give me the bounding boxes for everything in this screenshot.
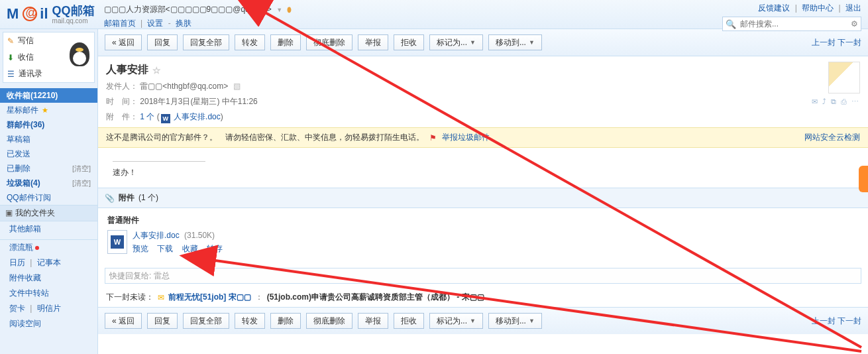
folder-spam[interactable]: 垃圾箱(4)[清空]	[0, 176, 97, 190]
star-icon: ★	[42, 106, 48, 114]
report-button-bottom[interactable]: 举报	[358, 313, 388, 329]
attach-collect[interactable]: 附件收藏	[0, 270, 97, 286]
link-logout[interactable]: 退出	[845, 3, 861, 13]
content-pane: « 返回 回复 回复全部 转发 删除 彻底删除 举报 拒收 标记为...▼ 移动…	[98, 29, 868, 354]
reply-button[interactable]: 回复	[147, 34, 178, 50]
delete-button[interactable]: 删除	[270, 34, 301, 50]
action-save[interactable]: 转存	[207, 244, 223, 253]
action-preview[interactable]: 预览	[133, 244, 148, 253]
toolbar-top: « 返回 回复 回复全部 转发 删除 彻底删除 举报 拒收 标记为...▼ 移动…	[98, 29, 868, 56]
caret-down-icon: ▼	[470, 318, 476, 324]
cards-link[interactable]: 贺卡	[9, 304, 25, 313]
side-tab-icon[interactable]	[859, 166, 868, 192]
account-display[interactable]: ▢▢▢人力资源部<▢▢▢▢▢9▢▢▢@qq.com> ▼ ⬮	[104, 4, 292, 15]
folder-inbox[interactable]: 收件箱(12210)	[0, 88, 97, 103]
reply-all-button-bottom[interactable]: 回复全部	[183, 313, 229, 329]
prev-mail-bottom[interactable]: 上一封	[812, 316, 836, 325]
search-box[interactable]: 🔍 ⚙	[722, 17, 861, 31]
contacts-icon: ☰	[7, 70, 15, 79]
action-collect[interactable]: 收藏	[182, 244, 198, 253]
folder-other-mail[interactable]: 其他邮箱	[0, 221, 97, 237]
reject-button-bottom[interactable]: 拒收	[394, 313, 424, 329]
mail-time: 2018年1月3日(星期三) 中午11:26	[140, 97, 257, 106]
next-sender[interactable]: 前程无忧[51job] 宋▢▢	[168, 292, 251, 303]
from-mask-icon[interactable]: ▧	[233, 82, 241, 91]
receive-icon: ⬇	[7, 53, 14, 62]
report-spam-link[interactable]: 举报垃圾邮件	[442, 132, 490, 143]
back-button[interactable]: « 返回	[105, 34, 142, 50]
word-doc-icon: W	[161, 114, 170, 123]
folder-sent[interactable]: 已发送	[0, 147, 97, 161]
security-warning-bar: 这不是腾讯公司的官方邮件？。 请勿轻信密保、汇款、中奖信息，勿轻易拨打陌生电话。…	[98, 127, 868, 148]
search-settings-icon[interactable]: ⚙	[851, 19, 858, 29]
quick-reply-input[interactable]: 快捷回复给: 雷总	[105, 268, 861, 284]
nav-settings[interactable]: 设置	[147, 19, 163, 28]
folder-starred[interactable]: 星标邮件 ★	[0, 103, 97, 117]
sidebar: ✎ 写信 ⬇ 收信 ☰ 通讯录 收件箱(12210) 星标邮件 ★ 群邮件(36…	[0, 29, 98, 354]
section-myfiles[interactable]: ▣我的文件夹	[0, 205, 97, 221]
warning-text: 这不是腾讯公司的官方邮件？。 请勿轻信密保、汇款、中奖信息，勿轻易拨打陌生电话。	[106, 132, 424, 143]
mail-body: 速办！	[98, 148, 868, 188]
mail-body-text: 速办！	[113, 167, 853, 178]
topbar: M il QQ邮箱 mail.qq.com ▢▢▢人力资源部<▢▢▢▢▢9▢▢▢…	[0, 0, 868, 29]
folder-group[interactable]: 群邮件(36)	[0, 117, 97, 132]
empty-spam[interactable]: [清空]	[72, 178, 91, 188]
report-button[interactable]: 举报	[358, 34, 388, 50]
folder-list: 收件箱(12210) 星标邮件 ★ 群邮件(36) 草稿箱 已发送 已删除[清空…	[0, 88, 97, 205]
forward-button[interactable]: 转发	[235, 34, 265, 50]
logo-at-icon	[23, 7, 37, 21]
reply-all-button[interactable]: 回复全部	[183, 34, 229, 50]
next-mail-bottom[interactable]: 下一封	[838, 316, 861, 325]
postcard-link[interactable]: 明信片	[37, 304, 61, 313]
expand-icon: ▣	[5, 208, 13, 217]
attach-count-link[interactable]: 1 个	[140, 112, 154, 121]
back-button-bottom[interactable]: « 返回	[105, 313, 142, 329]
drift-bottle[interactable]: 漂流瓶	[0, 240, 97, 255]
caret-down-icon: ▼	[529, 39, 535, 46]
toolbar-bottom: « 返回 回复 回复全部 转发 删除 彻底删除 举报 拒收 标记为...▼ 移动…	[98, 307, 868, 334]
delete-full-button[interactable]: 彻底删除	[306, 34, 353, 50]
mail-subject: 人事安排	[106, 63, 148, 77]
folder-subscribe[interactable]: QQ邮件订阅	[0, 190, 97, 205]
attach-name-link[interactable]: 人事安排.doc	[174, 112, 221, 121]
calendar-link[interactable]: 日历	[9, 258, 25, 267]
brand-name: QQ邮箱	[52, 3, 95, 19]
link-help[interactable]: 帮助中心	[802, 3, 834, 13]
red-flag-icon: ⚑	[429, 133, 437, 143]
cloud-scan-link[interactable]: 网站安全云检测	[804, 132, 860, 143]
reject-button[interactable]: 拒收	[394, 34, 424, 50]
empty-deleted[interactable]: [清空]	[72, 164, 91, 174]
attachments-header: 📎 附件(1 个)	[98, 188, 868, 208]
mark-as-button[interactable]: 标记为...▼	[429, 34, 483, 50]
attachments-sub: 普通附件	[107, 215, 859, 226]
file-transfer[interactable]: 文件中转站	[0, 286, 97, 301]
nav-home[interactable]: 邮箱首页	[104, 19, 136, 28]
prev-mail[interactable]: 上一封	[812, 38, 836, 47]
move-to-button[interactable]: 移动到...▼	[488, 34, 542, 50]
action-download[interactable]: 下载	[157, 244, 173, 253]
folder-drafts[interactable]: 草稿箱	[0, 132, 97, 147]
caret-down-icon: ▼	[529, 318, 535, 324]
delete-button-bottom[interactable]: 删除	[270, 313, 301, 329]
search-input[interactable]	[739, 19, 848, 29]
delete-full-button-bottom[interactable]: 彻底删除	[306, 313, 353, 329]
read-space[interactable]: 阅读空间	[0, 316, 97, 331]
account-dropdown-icon[interactable]: ▼	[276, 7, 282, 13]
nav-skin[interactable]: 换肤	[176, 19, 191, 28]
next-mail[interactable]: 下一封	[838, 38, 861, 47]
file-type-icon[interactable]: W	[107, 230, 127, 254]
mark-as-button-bottom[interactable]: 标记为...▼	[429, 313, 483, 329]
caret-down-icon: ▼	[470, 39, 476, 46]
sender-avatar[interactable]	[828, 62, 860, 93]
move-to-button-bottom[interactable]: 移动到...▼	[488, 313, 542, 329]
header-mini-icons[interactable]: ✉ ⤴ ⧉ ⎙ ⋯	[812, 97, 860, 106]
link-feedback[interactable]: 反馈建议	[758, 3, 790, 13]
file-name[interactable]: 人事安排.doc	[133, 231, 180, 240]
folder-deleted[interactable]: 已删除[清空]	[0, 161, 97, 176]
notes-link[interactable]: 记事本	[37, 258, 61, 267]
attachment-row: W 人事安排.doc (31.50K) 预览 下载 收藏 转存	[107, 230, 859, 255]
forward-button-bottom[interactable]: 转发	[235, 313, 265, 329]
star-outline-icon[interactable]: ☆	[152, 65, 161, 76]
file-size: (31.50K)	[184, 231, 215, 240]
reply-button-bottom[interactable]: 回复	[147, 313, 178, 329]
